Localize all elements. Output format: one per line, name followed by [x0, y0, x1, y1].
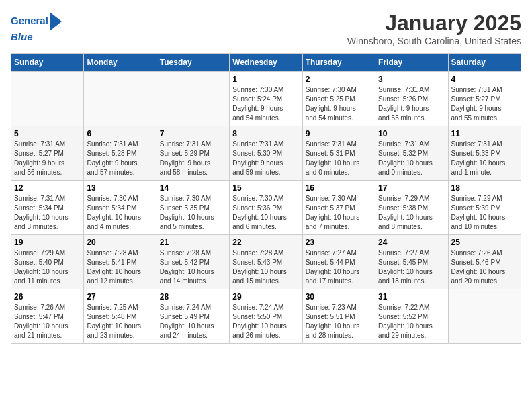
cell-week4-day4: 23Sunrise: 7:27 AMSunset: 5:44 PMDayligh…	[302, 235, 375, 289]
day-info: Sunrise: 7:24 AMSunset: 5:50 PMDaylight:…	[232, 303, 299, 340]
day-number: 10	[378, 129, 445, 138]
day-info: Sunrise: 7:28 AMSunset: 5:43 PMDaylight:…	[232, 248, 299, 286]
week-row-4: 19Sunrise: 7:29 AMSunset: 5:40 PMDayligh…	[11, 235, 521, 289]
cell-week3-day5: 17Sunrise: 7:29 AMSunset: 5:38 PMDayligh…	[375, 181, 448, 235]
day-info: Sunrise: 7:23 AMSunset: 5:51 PMDaylight:…	[306, 303, 372, 340]
day-info: Sunrise: 7:31 AMSunset: 5:27 PMDaylight:…	[451, 85, 518, 123]
cell-week1-day2	[157, 72, 229, 126]
cell-week4-day3: 22Sunrise: 7:28 AMSunset: 5:43 PMDayligh…	[230, 235, 302, 289]
day-number: 29	[232, 292, 299, 302]
cell-week2-day0: 5Sunrise: 7:31 AMSunset: 5:27 PMDaylight…	[11, 126, 84, 181]
cell-week5-day1: 27Sunrise: 7:25 AMSunset: 5:48 PMDayligh…	[84, 289, 157, 344]
cell-week5-day2: 28Sunrise: 7:24 AMSunset: 5:49 PMDayligh…	[157, 289, 229, 344]
cell-week3-day1: 13Sunrise: 7:30 AMSunset: 5:34 PMDayligh…	[84, 181, 157, 235]
day-info: Sunrise: 7:30 AMSunset: 5:24 PMDaylight:…	[232, 85, 299, 123]
day-info: Sunrise: 7:29 AMSunset: 5:38 PMDaylight:…	[378, 194, 445, 232]
header-friday: Friday	[375, 54, 448, 72]
cell-week5-day6	[448, 289, 521, 344]
logo-arrow-icon	[50, 12, 62, 31]
day-number: 1	[232, 75, 299, 84]
day-info: Sunrise: 7:31 AMSunset: 5:27 PMDaylight:…	[14, 140, 81, 177]
day-number: 19	[14, 238, 81, 247]
day-info: Sunrise: 7:31 AMSunset: 5:28 PMDaylight:…	[87, 140, 153, 177]
week-row-1: 1Sunrise: 7:30 AMSunset: 5:24 PMDaylight…	[11, 72, 521, 126]
cell-week5-day3: 29Sunrise: 7:24 AMSunset: 5:50 PMDayligh…	[230, 289, 302, 344]
day-number: 7	[160, 129, 226, 138]
day-number: 24	[378, 238, 445, 247]
day-number: 12	[14, 183, 81, 193]
logo-text-blue: Blue	[11, 31, 62, 43]
cell-week4-day0: 19Sunrise: 7:29 AMSunset: 5:40 PMDayligh…	[11, 235, 84, 289]
day-number: 28	[160, 292, 226, 302]
header-tuesday: Tuesday	[157, 54, 229, 72]
cell-week2-day6: 11Sunrise: 7:31 AMSunset: 5:33 PMDayligh…	[448, 126, 521, 181]
day-number: 4	[451, 75, 518, 84]
day-info: Sunrise: 7:30 AMSunset: 5:34 PMDaylight:…	[87, 194, 153, 232]
day-number: 30	[306, 292, 372, 302]
day-info: Sunrise: 7:30 AMSunset: 5:36 PMDaylight:…	[232, 194, 299, 232]
day-number: 18	[451, 183, 518, 193]
week-row-3: 12Sunrise: 7:31 AMSunset: 5:34 PMDayligh…	[11, 181, 521, 235]
calendar-header-row: SundayMondayTuesdayWednesdayThursdayFrid…	[11, 54, 521, 72]
day-number: 17	[378, 183, 445, 193]
cell-week3-day4: 16Sunrise: 7:30 AMSunset: 5:37 PMDayligh…	[302, 181, 375, 235]
day-number: 11	[451, 129, 518, 138]
day-number: 20	[87, 238, 153, 247]
day-number: 15	[232, 183, 299, 193]
page-header: General Blue January 2025 Winnsboro, Sou…	[11, 11, 521, 46]
day-number: 16	[306, 183, 372, 193]
cell-week5-day4: 30Sunrise: 7:23 AMSunset: 5:51 PMDayligh…	[302, 289, 375, 344]
day-info: Sunrise: 7:26 AMSunset: 5:46 PMDaylight:…	[451, 248, 518, 286]
day-info: Sunrise: 7:24 AMSunset: 5:49 PMDaylight:…	[160, 303, 226, 340]
calendar-subtitle: Winnsboro, South Carolina, United States	[347, 36, 521, 46]
day-number: 26	[14, 292, 81, 302]
cell-week3-day3: 15Sunrise: 7:30 AMSunset: 5:36 PMDayligh…	[230, 181, 302, 235]
cell-week5-day5: 31Sunrise: 7:22 AMSunset: 5:52 PMDayligh…	[375, 289, 448, 344]
cell-week3-day2: 14Sunrise: 7:30 AMSunset: 5:35 PMDayligh…	[157, 181, 229, 235]
week-row-2: 5Sunrise: 7:31 AMSunset: 5:27 PMDaylight…	[11, 126, 521, 181]
logo-text-general: General	[11, 15, 48, 27]
cell-week3-day0: 12Sunrise: 7:31 AMSunset: 5:34 PMDayligh…	[11, 181, 84, 235]
day-number: 9	[306, 129, 372, 138]
day-info: Sunrise: 7:31 AMSunset: 5:33 PMDaylight:…	[451, 140, 518, 177]
day-info: Sunrise: 7:26 AMSunset: 5:47 PMDaylight:…	[14, 303, 81, 340]
day-number: 8	[232, 129, 299, 138]
calendar-title: January 2025	[347, 11, 521, 36]
cell-week1-day6: 4Sunrise: 7:31 AMSunset: 5:27 PMDaylight…	[448, 72, 521, 126]
day-info: Sunrise: 7:22 AMSunset: 5:52 PMDaylight:…	[378, 303, 445, 340]
cell-week2-day4: 9Sunrise: 7:31 AMSunset: 5:31 PMDaylight…	[302, 126, 375, 181]
cell-week2-day5: 10Sunrise: 7:31 AMSunset: 5:32 PMDayligh…	[375, 126, 448, 181]
day-info: Sunrise: 7:30 AMSunset: 5:37 PMDaylight:…	[306, 194, 372, 232]
cell-week4-day6: 25Sunrise: 7:26 AMSunset: 5:46 PMDayligh…	[448, 235, 521, 289]
day-info: Sunrise: 7:27 AMSunset: 5:45 PMDaylight:…	[378, 248, 445, 286]
header-thursday: Thursday	[302, 54, 375, 72]
day-info: Sunrise: 7:31 AMSunset: 5:32 PMDaylight:…	[378, 140, 445, 177]
logo: General Blue	[11, 11, 62, 43]
day-info: Sunrise: 7:31 AMSunset: 5:26 PMDaylight:…	[378, 85, 445, 123]
header-wednesday: Wednesday	[230, 54, 302, 72]
header-monday: Monday	[84, 54, 157, 72]
day-number: 23	[306, 238, 372, 247]
cell-week3-day6: 18Sunrise: 7:29 AMSunset: 5:39 PMDayligh…	[448, 181, 521, 235]
day-info: Sunrise: 7:31 AMSunset: 5:30 PMDaylight:…	[232, 140, 299, 177]
cell-week4-day5: 24Sunrise: 7:27 AMSunset: 5:45 PMDayligh…	[375, 235, 448, 289]
day-info: Sunrise: 7:31 AMSunset: 5:34 PMDaylight:…	[14, 194, 81, 232]
header-sunday: Sunday	[11, 54, 84, 72]
title-block: January 2025 Winnsboro, South Carolina, …	[347, 11, 521, 46]
cell-week5-day0: 26Sunrise: 7:26 AMSunset: 5:47 PMDayligh…	[11, 289, 84, 344]
day-info: Sunrise: 7:31 AMSunset: 5:29 PMDaylight:…	[160, 140, 226, 177]
day-number: 2	[306, 75, 372, 84]
cell-week4-day1: 20Sunrise: 7:28 AMSunset: 5:41 PMDayligh…	[84, 235, 157, 289]
day-info: Sunrise: 7:29 AMSunset: 5:39 PMDaylight:…	[451, 194, 518, 232]
day-info: Sunrise: 7:25 AMSunset: 5:48 PMDaylight:…	[87, 303, 153, 340]
day-number: 27	[87, 292, 153, 302]
cell-week1-day4: 2Sunrise: 7:30 AMSunset: 5:25 PMDaylight…	[302, 72, 375, 126]
cell-week1-day1	[84, 72, 157, 126]
day-info: Sunrise: 7:30 AMSunset: 5:35 PMDaylight:…	[160, 194, 226, 232]
day-number: 31	[378, 292, 445, 302]
cell-week1-day0	[11, 72, 84, 126]
cell-week1-day3: 1Sunrise: 7:30 AMSunset: 5:24 PMDaylight…	[230, 72, 302, 126]
day-info: Sunrise: 7:28 AMSunset: 5:41 PMDaylight:…	[87, 248, 153, 286]
day-info: Sunrise: 7:30 AMSunset: 5:25 PMDaylight:…	[306, 85, 372, 123]
day-info: Sunrise: 7:27 AMSunset: 5:44 PMDaylight:…	[306, 248, 372, 286]
